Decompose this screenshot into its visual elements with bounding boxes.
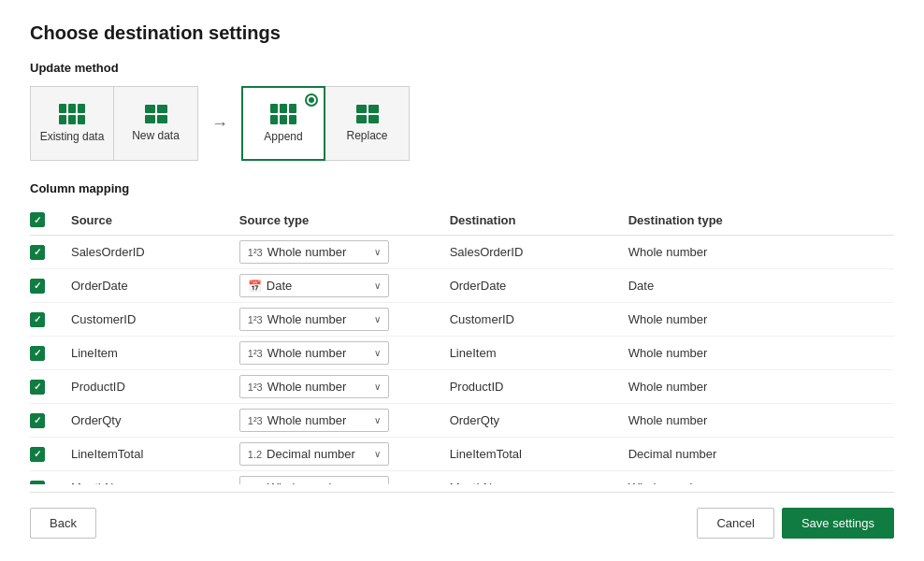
type-icon: 1²3	[248, 314, 263, 325]
type-icon: 📅	[248, 280, 262, 293]
new-data-icon	[145, 105, 167, 123]
row-checkbox[interactable]	[30, 438, 64, 471]
destination-field: SalesOrderID	[442, 236, 621, 269]
destination-field: CustomerID	[442, 303, 621, 337]
destination-field: MonthNo	[442, 471, 621, 485]
method-card-replace[interactable]: Replace	[325, 86, 410, 161]
source-type-label: Whole number	[267, 413, 347, 427]
source-type-field[interactable]: 1²3Whole number∨	[232, 236, 442, 269]
chevron-down-icon: ∨	[374, 381, 381, 392]
source-type-field[interactable]: 1.2Decimal number∨	[232, 438, 442, 471]
destination-type-field: Whole number	[621, 471, 894, 485]
chevron-down-icon: ∨	[374, 314, 381, 324]
source-type-label: Whole number	[267, 380, 347, 394]
row-checkbox-input[interactable]	[30, 413, 45, 428]
source-type-label: Date	[267, 279, 292, 293]
source-type-dropdown[interactable]: 1²3Whole number∨	[239, 375, 389, 398]
method-card-existing[interactable]: Existing data	[30, 86, 114, 161]
chevron-down-icon: ∨	[374, 482, 381, 484]
table-row: SalesOrderID1²3Whole number∨SalesOrderID…	[30, 236, 894, 269]
row-checkbox-input[interactable]	[30, 245, 45, 260]
save-settings-button[interactable]: Save settings	[782, 508, 894, 539]
destination-type-field: Whole number	[621, 337, 894, 370]
arrow-icon: →	[211, 114, 228, 134]
source-type-dropdown[interactable]: 1²3Whole number∨	[239, 476, 389, 484]
row-checkbox-input[interactable]	[30, 279, 45, 294]
chevron-down-icon: ∨	[374, 280, 381, 291]
source-type-field[interactable]: 1²3Whole number∨	[232, 471, 442, 485]
row-checkbox-input[interactable]	[30, 380, 45, 395]
source-field: LineItem	[64, 337, 232, 370]
source-header: Source	[64, 207, 232, 236]
row-checkbox[interactable]	[30, 404, 64, 438]
table-row: OrderQty1²3Whole number∨OrderQtyWhole nu…	[30, 404, 894, 438]
source-type-header: Source type	[232, 207, 442, 236]
replace-icon	[356, 105, 379, 123]
chevron-down-icon: ∨	[374, 348, 381, 358]
row-checkbox[interactable]	[30, 236, 64, 269]
replace-label: Replace	[346, 129, 387, 142]
source-type-field[interactable]: 1²3Whole number∨	[232, 404, 442, 438]
row-checkbox[interactable]	[30, 269, 64, 303]
source-type-field[interactable]: 📅Date∨	[232, 269, 442, 303]
cancel-button[interactable]: Cancel	[697, 508, 773, 539]
source-type-field[interactable]: 1²3Whole number∨	[232, 303, 442, 337]
source-field: SalesOrderID	[64, 236, 232, 269]
method-card-append[interactable]: Append	[241, 86, 325, 161]
new-data-label: New data	[132, 129, 180, 142]
destination-field: OrderDate	[442, 269, 621, 303]
table-row: MonthNo1²3Whole number∨MonthNoWhole numb…	[30, 471, 894, 485]
source-type-field[interactable]: 1²3Whole number∨	[232, 370, 442, 404]
table-row: CustomerID1²3Whole number∨CustomerIDWhol…	[30, 303, 894, 337]
existing-data-label: Existing data	[40, 130, 105, 143]
source-type-dropdown[interactable]: 📅Date∨	[239, 274, 389, 297]
source-field: OrderDate	[64, 269, 232, 303]
row-checkbox[interactable]	[30, 370, 64, 404]
row-checkbox[interactable]	[30, 471, 64, 485]
source-type-dropdown[interactable]: 1²3Whole number∨	[239, 341, 389, 365]
source-type-dropdown[interactable]: 1.2Decimal number∨	[239, 442, 389, 466]
column-mapping-label: Column mapping	[30, 181, 894, 195]
chevron-down-icon: ∨	[374, 415, 381, 425]
source-field: LineItemTotal	[64, 438, 232, 471]
row-checkbox-input[interactable]	[30, 312, 45, 327]
destination-field: LineItemTotal	[442, 438, 621, 471]
destination-type-field: Whole number	[621, 303, 894, 337]
destination-type-field: Decimal number	[621, 438, 894, 471]
row-checkbox[interactable]	[30, 303, 64, 337]
source-field: MonthNo	[64, 471, 232, 485]
select-all-checkbox[interactable]	[30, 212, 45, 227]
destination-type-field: Date	[621, 269, 894, 303]
table-row: LineItem1²3Whole number∨LineItemWhole nu…	[30, 337, 894, 370]
row-checkbox-input[interactable]	[30, 481, 45, 485]
back-button[interactable]: Back	[30, 508, 96, 539]
type-icon: 1²3	[248, 381, 263, 393]
source-field: OrderQty	[64, 404, 232, 438]
row-checkbox-input[interactable]	[30, 447, 45, 462]
row-checkbox-input[interactable]	[30, 346, 45, 361]
append-replace-group: Append Replace	[241, 86, 410, 161]
type-icon: 1²3	[248, 415, 263, 426]
destination-header: Destination	[442, 207, 621, 236]
update-method-label: Update method	[30, 61, 894, 75]
row-checkbox[interactable]	[30, 337, 64, 370]
source-type-label: Whole number	[267, 346, 347, 360]
source-type-dropdown[interactable]: 1²3Whole number∨	[239, 308, 389, 331]
destination-type-field: Whole number	[621, 236, 894, 269]
source-type-label: Whole number	[267, 481, 347, 484]
destination-field: ProductID	[442, 370, 621, 404]
source-type-dropdown[interactable]: 1²3Whole number∨	[239, 240, 389, 264]
destination-type-field: Whole number	[621, 370, 894, 404]
method-card-new[interactable]: New data	[114, 86, 198, 161]
destination-type-header: Destination type	[621, 207, 894, 236]
chevron-down-icon: ∨	[374, 247, 381, 257]
source-type-field[interactable]: 1²3Whole number∨	[232, 337, 442, 370]
source-type-label: Decimal number	[267, 447, 355, 461]
source-field: ProductID	[64, 370, 232, 404]
table-row: ProductID1²3Whole number∨ProductIDWhole …	[30, 370, 894, 404]
type-icon: 1.2	[248, 449, 262, 460]
source-type-dropdown[interactable]: 1²3Whole number∨	[239, 409, 389, 432]
source-type-label: Whole number	[267, 245, 347, 259]
destination-field: OrderQty	[442, 404, 621, 438]
existing-data-icon	[59, 104, 85, 124]
